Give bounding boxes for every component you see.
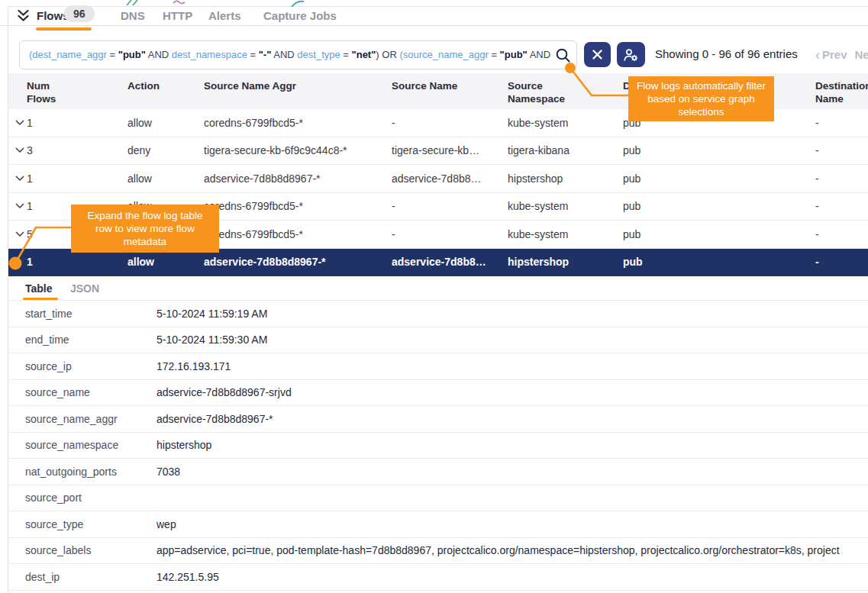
detail-field-value: adservice-7d8b8d8967-* <box>156 413 868 425</box>
pagination: ‹PrevNext› <box>815 47 868 63</box>
detail-field-value: wep <box>156 518 868 530</box>
column-header-action[interactable]: Action <box>127 79 204 92</box>
cell-source-name-aggr: adservice-7d8b8d8967-* <box>204 256 326 268</box>
cell-source-name: adservice-7d8b8… <box>392 172 482 185</box>
active-tab-underline <box>36 27 92 31</box>
detail-field-key: end_time <box>25 334 69 346</box>
tabbar-bottom-border <box>0 25 868 26</box>
cell-action: allow <box>127 117 152 129</box>
expand-row-chevron-icon[interactable] <box>15 203 24 209</box>
detail-field-key: source_ip <box>25 360 72 372</box>
cell-num-flows: 1 <box>27 200 33 212</box>
detail-field-key: source_namespace <box>25 439 118 451</box>
expand-row-chevron-icon[interactable] <box>15 176 24 182</box>
cell-num-flows: 1 <box>27 172 33 185</box>
detail-field-value: hipstershop <box>156 439 868 451</box>
entries-summary: Showing 0 - 96 of 96 entries <box>655 47 798 60</box>
cell-destination-name: - <box>815 256 819 268</box>
log-type-tab-bar: Flows 96 DNS HTTP Alerts Capture Jobs <box>0 8 868 26</box>
column-header-source-name-aggr[interactable]: Source Name Aggr <box>204 79 357 92</box>
cell-destination-name: - <box>815 117 819 129</box>
filter-query-input[interactable]: (dest_name_aggr = "pub" AND dest_namespa… <box>19 40 577 69</box>
column-header-num-flows[interactable]: Num Flows <box>27 79 73 105</box>
cell-destination-name: - <box>815 172 819 185</box>
detail-field-value: 172.16.193.171 <box>156 360 868 372</box>
column-header-source-namespace[interactable]: Source Namespace <box>508 79 578 105</box>
prev-chevron-icon[interactable]: ‹ <box>815 47 820 63</box>
cell-source-name-aggr: adservice-7d8b8d8967-* <box>204 172 321 185</box>
expand-row-chevron-icon[interactable] <box>15 231 24 237</box>
cell-destination-name: - <box>815 228 819 240</box>
detail-field-key: source_labels <box>25 544 91 556</box>
cell-source-namespace: hipstershop <box>508 256 569 268</box>
tab-http[interactable]: HTTP <box>163 9 192 22</box>
cell-source-namespace: hipstershop <box>508 172 563 185</box>
cell-action: deny <box>127 144 150 156</box>
cell-num-flows: 1 <box>27 256 33 268</box>
flow-table-row[interactable]: 3 deny tigera-secure-kb-6f9c9c44c8-* tig… <box>8 137 868 166</box>
flow-logs-panel: Flows 96 DNS HTTP Alerts Capture Jobs (d… <box>0 0 868 593</box>
detail-field-row: source_port <box>8 485 868 512</box>
detail-field-value: adservice-7d8b8d8967-srjvd <box>156 386 868 398</box>
detail-field-value: app=adservice, pci=true, pod-template-ha… <box>156 544 868 556</box>
detail-field-row: start_time 5-10-2024 11:59:19 AM <box>8 301 868 327</box>
close-icon <box>592 50 602 60</box>
cell-source-namespace: kube-system <box>508 228 568 240</box>
cell-destination-name: - <box>815 144 819 156</box>
detail-field-row: source_type wep <box>8 511 868 538</box>
detail-field-row: source_ip 172.16.193.171 <box>8 353 868 380</box>
detail-field-value: 5-10-2024 11:59:30 AM <box>156 334 868 346</box>
cell-num-flows: 1 <box>27 117 33 129</box>
cell-source-name: - <box>392 200 395 212</box>
collapse-panel-icon[interactable] <box>17 9 30 22</box>
cell-source-name: - <box>392 117 395 129</box>
detail-field-row: source_name adservice-7d8b8d8967-srjvd <box>8 380 868 407</box>
panel-top-border <box>8 6 868 7</box>
cell-dest-name-aggr: pub <box>623 144 641 156</box>
cell-action: allow <box>127 256 154 268</box>
cell-source-name-aggr: tigera-secure-kb-6f9c9c44c8-* <box>204 144 347 156</box>
detail-field-row: source_namespace hipstershop <box>8 433 868 459</box>
cell-source-name: tigera-secure-kb… <box>392 144 479 156</box>
filter-callout-tooltip: Flow logs automatically filter based on … <box>628 76 774 121</box>
detail-field-row: end_time 5-10-2024 11:59:30 AM <box>8 327 868 354</box>
detail-field-value: 5-10-2024 11:59:19 AM <box>156 308 868 320</box>
user-gear-icon <box>623 48 639 62</box>
detail-field-key: start_time <box>25 308 72 320</box>
detail-field-key: source_name_aggr <box>25 413 118 425</box>
detail-field-key: dest_ip <box>25 571 60 583</box>
expand-row-chevron-icon[interactable] <box>15 147 24 153</box>
detail-field-row: nat_outgoing_ports 7038 <box>8 459 868 485</box>
row-detail-fields: start_time 5-10-2024 11:59:19 AM end_tim… <box>8 300 868 591</box>
detail-field-row: source_labels app=adservice, pci=true, p… <box>8 538 868 565</box>
cell-source-namespace: tigera-kibana <box>508 144 570 156</box>
detail-tab-table[interactable]: Table <box>25 282 53 295</box>
tab-capture-jobs[interactable]: Capture Jobs <box>263 9 337 22</box>
flows-count-badge: 96 <box>64 5 95 22</box>
detail-tab-json[interactable]: JSON <box>70 282 99 295</box>
cell-dest-name-aggr: pub <box>623 228 641 240</box>
column-header-destination-name[interactable]: Destination Name <box>815 79 868 105</box>
search-icon[interactable] <box>555 47 571 63</box>
cell-num-flows: 3 <box>27 144 33 156</box>
detail-field-key: nat_outgoing_ports <box>25 466 117 478</box>
detail-field-value: 142.251.5.95 <box>156 571 868 583</box>
cell-dest-name-aggr: pub <box>623 200 641 212</box>
tab-alerts[interactable]: Alerts <box>208 9 241 22</box>
row-detail-tab-bar: Table JSON <box>0 276 868 300</box>
clear-filter-button[interactable] <box>584 42 611 67</box>
detail-field-row: dest_ip 142.251.5.95 <box>8 564 868 591</box>
expand-callout-tooltip: Expand the flow log table row to view mo… <box>71 205 219 253</box>
flow-table-row[interactable]: 1 allow adservice-7d8b8d8967-* adservice… <box>8 165 868 193</box>
next-button[interactable]: Next <box>855 48 868 61</box>
prev-button[interactable]: Prev <box>822 48 847 61</box>
detail-field-row: source_name_aggr adservice-7d8b8d8967-* <box>8 406 868 433</box>
cell-source-namespace: kube-system <box>508 117 568 129</box>
user-settings-button[interactable] <box>617 42 645 67</box>
tab-dns[interactable]: DNS <box>121 9 145 22</box>
detail-field-value: 7038 <box>156 466 868 478</box>
column-header-source-name[interactable]: Source Name <box>392 79 499 92</box>
cell-source-name: - <box>392 228 395 240</box>
cell-source-name: adservice-7d8b8… <box>392 256 486 268</box>
expand-row-chevron-icon[interactable] <box>15 120 24 126</box>
